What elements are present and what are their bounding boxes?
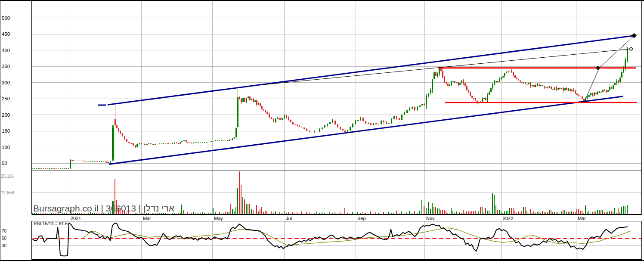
chart-window: Bursagraph.co.il | 366013 | ארי נדלן5004… [0, 0, 644, 261]
svg-text:Mar: Mar [143, 216, 151, 221]
svg-text:400: 400 [2, 48, 10, 53]
svg-text:Jul: Jul [286, 216, 292, 221]
svg-text:450: 450 [2, 31, 10, 37]
svg-text:12,558: 12,558 [1, 190, 14, 195]
chart-background [0, 0, 644, 261]
svg-text:50: 50 [2, 161, 7, 166]
svg-text:2022: 2022 [503, 216, 513, 221]
watermark-label: Bursagraph.co.il | 366013 | ארי נדלן [33, 203, 174, 213]
svg-text:200: 200 [2, 112, 10, 118]
rsi-title-label: RSI 15/14 = 81.5 [34, 221, 68, 226]
svg-text:2021: 2021 [71, 216, 81, 221]
svg-text:30: 30 [2, 243, 7, 248]
svg-text:25,116: 25,116 [1, 174, 14, 179]
svg-text:150: 150 [2, 128, 10, 134]
svg-text:Mar: Mar [578, 216, 586, 221]
svg-text:50: 50 [2, 236, 7, 241]
stock-chart-svg[interactable]: Bursagraph.co.il | 366013 | ארי נדלן5004… [0, 0, 644, 261]
svg-text:May: May [214, 216, 223, 221]
svg-text:Sep: Sep [357, 216, 366, 221]
svg-text:Bursagraph.co.il | 366013 | אר: Bursagraph.co.il | 366013 | ארי נדלן [33, 203, 174, 213]
svg-text:300: 300 [2, 80, 10, 85]
svg-text:350: 350 [2, 64, 10, 69]
svg-text:500: 500 [2, 16, 10, 21]
svg-text:250: 250 [2, 96, 10, 101]
svg-text:Nov: Nov [426, 216, 435, 221]
svg-text:RSI 15/14 = 81.5: RSI 15/14 = 81.5 [34, 221, 68, 226]
svg-text:70: 70 [2, 229, 7, 233]
svg-text:100: 100 [2, 145, 10, 150]
